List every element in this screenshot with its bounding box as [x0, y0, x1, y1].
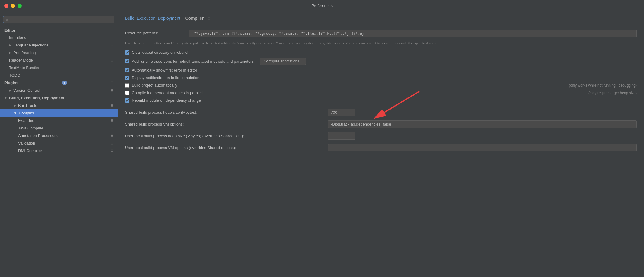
sidebar-item-label: TODO	[9, 73, 20, 78]
gear-icon: ⊟	[111, 134, 113, 138]
sidebar-item-label: Java Compiler	[18, 126, 43, 130]
resource-patterns-hint: Use ; to separate patterns and ! to nega…	[125, 41, 637, 46]
sidebar-item-validation[interactable]: Validation ⊟	[0, 139, 118, 147]
chevron-right-icon: ▶	[9, 51, 11, 54]
sidebar-item-label: Build Tools	[18, 103, 37, 108]
sidebar-item-label: Version Control	[13, 88, 40, 93]
chevron-down-icon: ▼	[4, 96, 7, 100]
compile-parallel-checkbox[interactable]	[125, 91, 129, 95]
vm-options-label: Shared build process VM options:	[125, 122, 324, 126]
sidebar-item-reader-mode[interactable]: Reader Mode ⊟	[0, 56, 118, 64]
build-auto-note: (only works while not running / debuggin…	[563, 83, 637, 88]
runtime-assertions-checkbox[interactable]	[125, 59, 129, 63]
sidebar-item-todo[interactable]: TODO	[0, 72, 118, 79]
search-input[interactable]	[10, 17, 112, 22]
red-arrow-annotation	[365, 88, 425, 125]
clear-output-label[interactable]: Clear output directory on rebuild	[132, 50, 188, 55]
resource-patterns-row: Resource patterns: !?*.java;!?*.form;!?*…	[125, 30, 637, 37]
heap-size-row: Shared build process heap size (Mbytes):	[125, 109, 637, 116]
gear-icon: ⊟	[111, 126, 113, 130]
content-panel: Build, Execution, Deployment › Compiler …	[118, 11, 644, 277]
resource-patterns-input[interactable]: !?*.java;!?*.form;!?*.class;!?*.groovy;!…	[189, 30, 637, 37]
sidebar-item-label: Annotation Processors	[18, 133, 58, 138]
window-title: Preferences	[311, 3, 333, 8]
checkbox-build-auto: Build project automatically (only works …	[125, 83, 637, 88]
sidebar-item-label: Compiler	[19, 111, 34, 115]
plugins-badge: 1	[62, 81, 67, 85]
sidebar-item-excludes[interactable]: Excludes ⊟	[0, 117, 118, 124]
heap-size-label: Shared build process heap size (Mbytes):	[125, 110, 324, 115]
user-heap-row: User-local build process heap size (Mbyt…	[125, 132, 637, 140]
sidebar-item-build-execution[interactable]: ▼ Build, Execution, Deployment	[0, 94, 118, 102]
breadcrumb-parent[interactable]: Build, Execution, Deployment	[125, 16, 180, 21]
chevron-right-icon: ▶	[9, 43, 11, 47]
user-vm-row: User-local build process VM options (ove…	[125, 144, 637, 151]
chevron-down-icon: ▼	[14, 111, 17, 115]
clear-output-checkbox[interactable]	[125, 50, 129, 55]
auto-show-error-checkbox[interactable]	[125, 68, 129, 72]
gear-icon: ⊟	[111, 43, 113, 47]
sidebar-section-plugins: Plugins 1 ⊟	[0, 79, 118, 87]
sidebar-item-rmi-compiler[interactable]: RMI Compiler ⊟	[0, 147, 118, 154]
checkbox-display-notification: Display notification on build completion	[125, 75, 637, 80]
sidebar-item-label: Validation	[18, 141, 35, 145]
gear-icon: ⊟	[111, 111, 113, 115]
gear-icon: ⊟	[111, 149, 113, 153]
sidebar-item-proofreading[interactable]: ▶ Proofreading	[0, 49, 118, 56]
search-box[interactable]: ⌕	[3, 16, 114, 23]
window-controls	[4, 4, 22, 8]
chevron-right-icon: ▶	[14, 104, 16, 107]
user-vm-label: User-local build process VM options (ove…	[125, 145, 324, 150]
sidebar-item-intentions[interactable]: Intentions	[0, 34, 118, 41]
chevron-right-icon: ▶	[9, 89, 11, 92]
resource-patterns-label: Resource patterns:	[125, 30, 185, 35]
breadcrumb: Build, Execution, Deployment › Compiler …	[118, 11, 644, 24]
gear-icon: ⊟	[111, 58, 113, 62]
gear-icon: ⊟	[111, 88, 113, 92]
content-body: Resource patterns: !?*.java;!?*.form;!?*…	[118, 24, 644, 162]
sidebar-item-label: RMI Compiler	[18, 148, 42, 153]
breadcrumb-current: Compiler	[185, 16, 204, 21]
sidebar-item-label: Reader Mode	[9, 58, 33, 62]
checkbox-auto-show-error: Automatically show first error in editor	[125, 68, 637, 72]
sidebar: ⌕ Editor Intentions ▶ Language Injection…	[0, 11, 118, 277]
sidebar-item-label: Excludes	[18, 118, 34, 123]
user-vm-input[interactable]	[328, 144, 637, 151]
sidebar-item-label: Intentions	[9, 35, 26, 40]
build-auto-checkbox[interactable]	[125, 83, 129, 88]
sidebar-section-editor: Editor	[0, 26, 118, 34]
sidebar-item-build-tools[interactable]: ▶ Build Tools ⊟	[0, 102, 118, 109]
titlebar: Preferences	[0, 0, 644, 11]
sidebar-item-label: Proofreading	[13, 50, 36, 55]
search-icon: ⌕	[6, 18, 8, 22]
rebuild-module-checkbox[interactable]	[125, 98, 129, 103]
heap-size-input[interactable]	[328, 109, 355, 116]
gear-icon: ⊟	[111, 81, 113, 85]
user-heap-label: User-local build process heap size (Mbyt…	[125, 134, 324, 138]
display-notification-checkbox[interactable]	[125, 76, 129, 80]
gear-icon: ⊟	[111, 119, 113, 123]
sidebar-item-java-compiler[interactable]: Java Compiler ⊟	[0, 124, 118, 132]
sidebar-item-label: Build, Execution, Deployment	[9, 96, 64, 100]
build-auto-label[interactable]: Build project automatically	[132, 83, 177, 88]
sidebar-item-annotation-processors[interactable]: Annotation Processors ⊟	[0, 132, 118, 139]
compile-parallel-note: (may require larger heap size)	[582, 91, 637, 95]
rebuild-module-label[interactable]: Rebuild module on dependency change	[132, 98, 201, 103]
maximize-button[interactable]	[18, 4, 22, 8]
sidebar-item-compiler[interactable]: ▼ Compiler ⊟	[0, 109, 118, 117]
display-notification-label[interactable]: Display notification on build completion	[132, 75, 199, 80]
gear-icon: ⊟	[111, 103, 113, 107]
auto-show-error-label[interactable]: Automatically show first error in editor	[132, 68, 197, 72]
compile-parallel-label[interactable]: Compile independent modules in parallel	[132, 91, 203, 95]
minimize-button[interactable]	[11, 4, 15, 8]
checkbox-runtime-assertions: Add runtime assertions for notnull-annot…	[125, 58, 637, 65]
sidebar-item-language-injections[interactable]: ▶ Language Injections ⊟	[0, 41, 118, 49]
sidebar-item-label: Language Injections	[13, 43, 48, 47]
runtime-assertions-label[interactable]: Add runtime assertions for notnull-annot…	[132, 59, 254, 64]
sidebar-item-version-control[interactable]: ▶ Version Control ⊟	[0, 87, 118, 94]
sidebar-item-textmate[interactable]: TextMate Bundles	[0, 64, 118, 72]
configure-annotations-button[interactable]: Configure annotations...	[260, 58, 306, 65]
user-heap-input[interactable]	[328, 132, 355, 140]
close-button[interactable]	[4, 4, 8, 8]
checkbox-clear-output: Clear output directory on rebuild	[125, 50, 637, 55]
